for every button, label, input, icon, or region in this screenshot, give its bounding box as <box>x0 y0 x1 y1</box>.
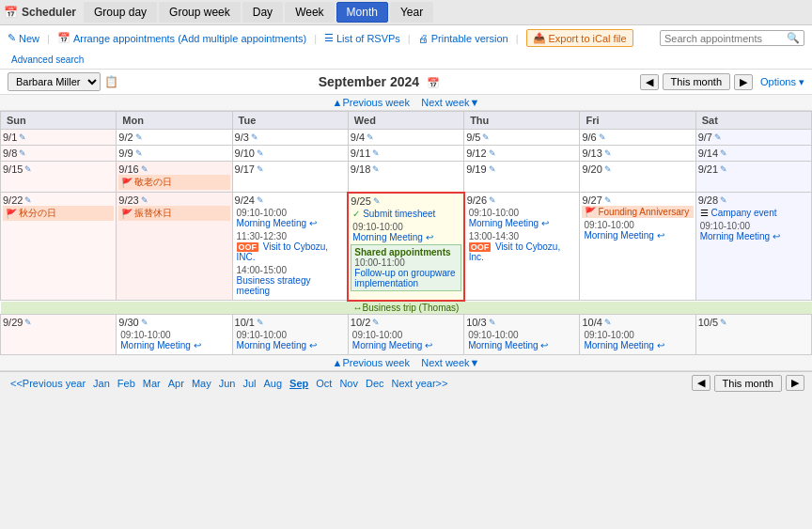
month-jun[interactable]: Jun <box>216 377 239 390</box>
edit-icon[interactable]: ✎ <box>720 195 727 205</box>
edit-icon[interactable]: ✎ <box>141 318 148 327</box>
prev-week-bottom-link[interactable]: ▲Previous week <box>333 357 410 368</box>
morning-meeting-930[interactable]: Morning Meeting ↩ <box>120 340 200 350</box>
month-apr[interactable]: Apr <box>165 377 187 390</box>
next-month-btn[interactable]: ▶ <box>734 74 753 90</box>
month-feb[interactable]: Feb <box>115 377 138 390</box>
month-aug[interactable]: Aug <box>261 377 286 390</box>
month-jul[interactable]: Jul <box>240 377 258 390</box>
arrange-button[interactable]: 📅 Arrange appointments (Add multiple app… <box>57 32 306 44</box>
edit-icon[interactable]: ✎ <box>720 318 727 327</box>
edit-icon[interactable]: ✎ <box>372 148 380 158</box>
edit-icon[interactable]: ✎ <box>489 164 496 174</box>
export-button[interactable]: 📤 Export to iCal file <box>526 29 633 47</box>
edit-icon[interactable]: ✎ <box>489 195 496 205</box>
edit-icon[interactable]: ✎ <box>604 318 612 327</box>
edit-icon[interactable]: ✎ <box>372 164 380 174</box>
edit-icon[interactable]: ✎ <box>257 195 264 205</box>
strategy-924[interactable]: Business strategy meeting <box>237 275 311 296</box>
edit-icon[interactable]: ✎ <box>135 132 143 142</box>
advanced-search-link[interactable]: Advanced search <box>11 54 84 65</box>
edit-icon[interactable]: ✎ <box>482 132 490 142</box>
next-year-link[interactable]: Next year>> <box>389 377 451 390</box>
bottom-next-month-btn[interactable]: ▶ <box>786 375 804 391</box>
followup-925[interactable]: Follow-up on groupware implementation <box>354 268 455 288</box>
cell-9-26: 9/26✎ 09:10-10:00 Morning Meeting ↩ 13:0… <box>464 193 580 301</box>
date-label: 9/30 <box>118 317 138 328</box>
month-jan[interactable]: Jan <box>90 377 113 390</box>
nav-day[interactable]: Day <box>242 2 283 23</box>
edit-icon[interactable]: ✎ <box>604 164 612 174</box>
month-nov[interactable]: Nov <box>336 377 361 390</box>
search-input[interactable] <box>664 33 787 44</box>
nav-week[interactable]: Week <box>285 2 334 23</box>
campany-928[interactable]: Campany event <box>710 208 776 218</box>
morning-meeting-928[interactable]: Morning Meeting ↩ <box>700 231 780 241</box>
edit-icon[interactable]: ✎ <box>604 148 612 158</box>
edit-icon[interactable]: ✎ <box>714 132 722 142</box>
edit-icon[interactable]: ✎ <box>373 196 381 206</box>
edit-icon[interactable]: ✎ <box>19 132 26 142</box>
prev-month-btn[interactable]: ◀ <box>640 74 659 90</box>
business-trip-span[interactable]: ↔Business trip (Thomas) <box>1 302 812 314</box>
options-btn[interactable]: Options ▾ <box>760 76 804 88</box>
edit-icon[interactable]: ✎ <box>251 132 258 142</box>
cell-9-24: 9/24✎ 09:10-10:00 Morning Meeting ↩ 11:3… <box>232 193 348 301</box>
morning-meeting-925[interactable]: Morning Meeting ↩ <box>352 232 432 242</box>
bottom-this-month-btn[interactable]: This month <box>714 375 782 392</box>
next-week-bottom-link[interactable]: Next week▼ <box>421 357 479 368</box>
edit-icon[interactable]: ✎ <box>604 195 612 205</box>
event-102-1: 09:10-10:00 Morning Meeting ↩ <box>351 329 461 351</box>
morning-meeting-103[interactable]: Morning Meeting ↩ <box>468 340 548 350</box>
date-label: 10/1 <box>235 317 255 328</box>
search-icon[interactable]: 🔍 <box>787 32 800 44</box>
this-month-btn[interactable]: This month <box>663 73 730 90</box>
edit-icon[interactable]: ✎ <box>599 132 606 142</box>
edit-icon[interactable]: ✎ <box>19 148 26 158</box>
morning-meeting-927[interactable]: Morning Meeting ↩ <box>584 230 664 241</box>
next-week-link[interactable]: Next week▼ <box>421 97 479 108</box>
edit-icon[interactable]: ✎ <box>257 148 264 158</box>
edit-icon[interactable]: ✎ <box>720 148 727 158</box>
prev-year-link[interactable]: <<Previous year <box>8 377 88 390</box>
edit-icon[interactable]: ✎ <box>257 164 264 174</box>
user-dropdown[interactable]: Barbara Miller <box>8 72 101 91</box>
nav-year[interactable]: Year <box>390 2 433 23</box>
edit-icon[interactable]: ✎ <box>257 318 264 327</box>
edit-icon[interactable]: ✎ <box>372 318 380 327</box>
morning-meeting-101[interactable]: Morning Meeting ↩ <box>237 340 317 350</box>
edit-icon[interactable]: ✎ <box>489 148 496 158</box>
edit-icon[interactable]: ✎ <box>24 195 32 205</box>
timesheet-925[interactable]: Submit timesheet <box>363 209 435 219</box>
edit-icon[interactable]: ✎ <box>141 195 148 205</box>
cell-9-1: 9/1✎ <box>1 130 117 146</box>
month-sep[interactable]: Sep <box>287 377 311 390</box>
sep1: | <box>47 33 50 44</box>
morning-meeting-924[interactable]: Morning Meeting ↩ <box>237 218 317 228</box>
edit-icon[interactable]: ✎ <box>720 164 727 174</box>
morning-meeting-104[interactable]: Morning Meeting ↩ <box>584 340 664 350</box>
edit-icon[interactable]: ✎ <box>489 318 496 327</box>
month-may[interactable]: May <box>189 377 214 390</box>
prev-week-link[interactable]: ▲Previous week <box>333 97 410 108</box>
edit-icon[interactable]: ✎ <box>135 148 143 158</box>
morning-meeting-926[interactable]: Morning Meeting ↩ <box>469 218 549 228</box>
edit-icon[interactable]: ✎ <box>141 164 148 174</box>
copy-icon[interactable]: 📋 <box>104 75 118 88</box>
morning-meeting-102[interactable]: Morning Meeting ↩ <box>352 340 432 350</box>
nav-group-week[interactable]: Group week <box>159 2 241 23</box>
edit-icon[interactable]: ✎ <box>367 132 374 142</box>
cell-10-2: 10/2✎ 09:10-10:00 Morning Meeting ↩ <box>348 314 463 354</box>
month-mar[interactable]: Mar <box>140 377 164 390</box>
rsvp-button[interactable]: ☰ List of RSVPs <box>324 32 400 44</box>
header-tue: Tue <box>232 112 348 130</box>
month-dec[interactable]: Dec <box>363 377 387 390</box>
nav-month[interactable]: Month <box>336 2 388 23</box>
edit-icon[interactable]: ✎ <box>24 318 32 327</box>
nav-group-day[interactable]: Group day <box>84 2 157 23</box>
print-button[interactable]: 🖨 Printable version <box>418 33 508 44</box>
new-button[interactable]: ✎ New <box>8 32 39 44</box>
edit-icon[interactable]: ✎ <box>24 164 32 174</box>
month-oct[interactable]: Oct <box>313 377 335 390</box>
bottom-prev-month-btn[interactable]: ◀ <box>692 375 710 391</box>
